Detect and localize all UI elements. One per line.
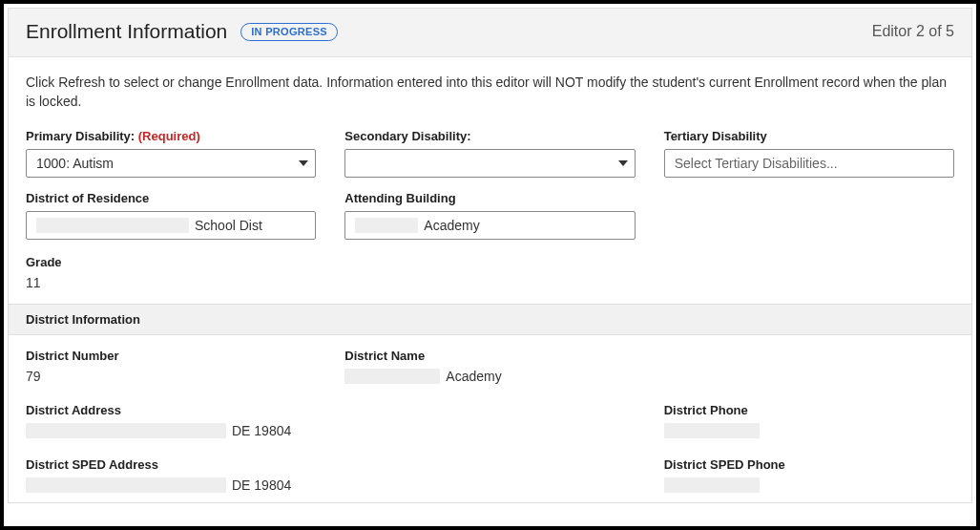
district-phone-label: District Phone <box>664 403 954 417</box>
app-frame: Enrollment Information IN PROGRESS Edito… <box>0 0 980 530</box>
required-indicator: (Required) <box>138 129 200 143</box>
district-sped-phone-value <box>664 477 954 493</box>
tertiary-disability-placeholder: Select Tertiary Disabilities... <box>675 156 838 171</box>
district-name-label: District Name <box>344 349 635 363</box>
attending-building-value: Academy <box>424 218 479 233</box>
district-of-residence-label: District of Residence <box>26 191 316 205</box>
district-of-residence-field: District of Residence School Dist <box>26 191 316 240</box>
district-name-field: District Name Academy <box>344 349 635 384</box>
district-address-value: DE 19804 <box>26 423 636 438</box>
district-number-field: District Number 79 <box>26 349 316 384</box>
district-of-residence-input[interactable]: School Dist <box>26 211 316 240</box>
district-sped-address-value: DE 19804 <box>26 477 636 493</box>
district-address-field: District Address DE 19804 <box>26 403 636 438</box>
district-number-label: District Number <box>26 349 316 363</box>
disability-row: Primary Disability: (Required) 1000: Aut… <box>26 129 954 178</box>
redacted-text <box>36 218 189 233</box>
editor-position: Editor 2 of 5 <box>872 23 954 40</box>
secondary-disability-label: Secondary Disability: <box>344 129 635 143</box>
primary-disability-label: Primary Disability: (Required) <box>26 129 316 143</box>
editor-header: Enrollment Information IN PROGRESS Edito… <box>9 9 971 57</box>
redacted-text <box>26 477 226 493</box>
secondary-disability-select[interactable] <box>344 149 635 178</box>
primary-disability-label-text: Primary Disability: <box>26 129 135 143</box>
page-title: Enrollment Information <box>26 20 227 43</box>
district-sped-phone-field: District SPED Phone <box>664 457 954 493</box>
attending-building-label: Attending Building <box>344 191 635 205</box>
district-address-value-suffix: DE 19804 <box>232 423 291 438</box>
primary-disability-select[interactable]: 1000: Autism <box>26 149 316 178</box>
district-sped-phone-label: District SPED Phone <box>664 457 954 472</box>
redacted-text <box>344 369 440 384</box>
district-phone-field: District Phone <box>664 403 954 438</box>
grade-label: Grade <box>26 255 954 269</box>
status-badge: IN PROGRESS <box>240 23 338 41</box>
grade-field: Grade 11 <box>26 255 954 290</box>
district-address-label: District Address <box>26 403 636 417</box>
district-sped-address-value-suffix: DE 19804 <box>232 477 291 493</box>
redacted-text <box>355 218 418 233</box>
attending-building-field: Attending Building Academy <box>344 191 635 240</box>
tertiary-disability-label: Tertiary Disability <box>664 129 954 143</box>
residence-row: District of Residence School Dist Attend… <box>26 191 954 240</box>
district-name-value-suffix: Academy <box>446 369 501 384</box>
primary-disability-field: Primary Disability: (Required) 1000: Aut… <box>26 129 316 178</box>
grade-value: 11 <box>26 275 954 290</box>
tertiary-disability-select[interactable]: Select Tertiary Disabilities... <box>664 149 954 178</box>
redacted-text <box>26 423 226 438</box>
redacted-text <box>664 477 760 493</box>
tertiary-disability-field: Tertiary Disability Select Tertiary Disa… <box>664 129 954 178</box>
district-information-heading: District Information <box>9 304 971 335</box>
secondary-disability-field: Secondary Disability: <box>344 129 635 178</box>
district-info-grid: District Number 79 District Name Academy… <box>26 349 954 493</box>
district-sped-address-field: District SPED Address DE 19804 <box>26 457 636 493</box>
editor-card: Enrollment Information IN PROGRESS Edito… <box>8 8 972 503</box>
primary-disability-value: 1000: Autism <box>36 156 114 171</box>
district-phone-value <box>664 423 954 438</box>
header-left: Enrollment Information IN PROGRESS <box>26 20 338 43</box>
instructions-text: Click Refresh to select or change Enroll… <box>26 73 954 112</box>
district-number-value: 79 <box>26 369 316 384</box>
district-name-value: Academy <box>344 369 635 384</box>
district-of-residence-value: School Dist <box>195 218 262 233</box>
district-sped-address-label: District SPED Address <box>26 457 636 472</box>
editor-body: Click Refresh to select or change Enroll… <box>9 57 971 502</box>
attending-building-input[interactable]: Academy <box>344 211 635 240</box>
redacted-text <box>664 423 760 438</box>
